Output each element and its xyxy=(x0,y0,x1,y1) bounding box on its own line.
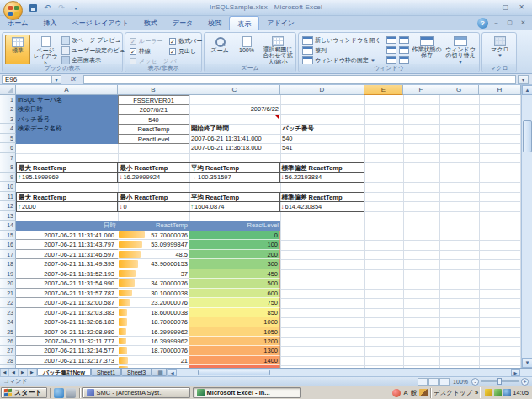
summary-value[interactable]: ↓56.22193884 xyxy=(280,173,364,182)
office-button-icon[interactable] xyxy=(3,1,23,20)
cell-B5[interactable]: ReactLevel xyxy=(118,134,189,144)
data-row-9-temp[interactable]: 18.60000038 xyxy=(118,308,189,317)
vertical-scrollbar-thumb[interactable] xyxy=(523,120,532,152)
column-header-C[interactable]: C xyxy=(189,85,280,95)
checkbox-2[interactable]: ✓枠線 xyxy=(130,47,151,56)
ribbon-tab-2[interactable]: 挿入 xyxy=(35,16,64,30)
horizontal-scrollbar[interactable]: ◀ ▶ xyxy=(167,369,532,376)
data-row-3-level[interactable]: 200 xyxy=(189,250,280,259)
summary-header[interactable]: 最大 ReactTemp xyxy=(17,163,117,173)
scroll-down-icon[interactable]: ▼ xyxy=(522,358,532,368)
row-header-28[interactable]: 28 xyxy=(0,356,16,365)
custom-views-button[interactable]: ユーザー設定のビュー xyxy=(61,46,131,55)
name-box-dropdown-icon[interactable]: ▾ xyxy=(52,75,61,84)
ribbon-tab-3[interactable]: ページ レイアウト xyxy=(64,16,136,30)
page-layout-view-button[interactable]: ページ レイアウト xyxy=(33,35,58,68)
checkbox-box-icon[interactable]: ✓ xyxy=(130,48,136,55)
sheet-tab-1[interactable]: バッチ集計New xyxy=(37,369,91,376)
view-normal-icon[interactable] xyxy=(418,378,428,386)
page-break-preview-button[interactable]: 改ページ プレビュー xyxy=(61,36,127,45)
data-row-13-level[interactable]: 1300 xyxy=(189,346,280,355)
ribbon-tab-8[interactable]: アドイン xyxy=(259,16,302,30)
row-header-3[interactable]: 3 xyxy=(0,114,16,124)
close-icon[interactable]: ✕ xyxy=(514,3,529,13)
ime-status-icon[interactable] xyxy=(392,389,401,397)
data-row-13-temp[interactable]: 18.70000076 xyxy=(118,346,189,355)
summary-value[interactable]: ↓0 xyxy=(118,202,189,211)
window-small-button-3[interactable] xyxy=(386,46,396,54)
row-header-12[interactable]: 12 xyxy=(0,201,16,210)
row-header-20[interactable]: 20 xyxy=(0,279,16,288)
data-row-3-datetime[interactable]: 2007-06-21 11:31:46.597 xyxy=(16,250,118,259)
row-header-18[interactable]: 18 xyxy=(0,259,16,269)
summary-header[interactable]: 最小 ReactTemp xyxy=(118,163,189,173)
ime-tools-icon[interactable] xyxy=(419,389,428,396)
switch-windows-button[interactable]: ウィンドウの切り替え ▼ xyxy=(444,35,477,68)
data-row-6-temp[interactable]: 34.70000076 xyxy=(118,279,189,288)
vertical-scrollbar[interactable]: ▲ ▼ xyxy=(521,85,532,368)
ribbon-tab-6[interactable]: 校閲 xyxy=(200,16,229,30)
data-row-6-datetime[interactable]: 2007-06-21 11:31:54.990 xyxy=(16,279,118,288)
row-header-2[interactable]: 2 xyxy=(0,104,16,114)
summary-header[interactable]: 標準偏差 ReactTemp xyxy=(280,163,364,173)
data-row-12-level[interactable]: 1200 xyxy=(189,337,280,346)
ribbon-tab-4[interactable]: 数式 xyxy=(136,16,165,30)
desktop-toolbar-label[interactable]: デスクトップ xyxy=(434,389,472,397)
column-header-H[interactable]: H xyxy=(479,85,521,95)
summary-value[interactable]: ↑2000 xyxy=(17,202,117,211)
data-row-8-datetime[interactable]: 2007-06-21 11:32:00.587 xyxy=(16,298,118,307)
data-row-9-datetime[interactable]: 2007-06-21 11:32:03.383 xyxy=(16,308,118,317)
row-header-19[interactable]: 19 xyxy=(0,269,16,279)
data-row-11-level[interactable]: 1050 xyxy=(189,327,280,337)
data-row-6-level[interactable]: 500 xyxy=(189,279,280,288)
checkbox-5[interactable]: ✓見出し xyxy=(169,47,196,56)
window-small-button-6[interactable] xyxy=(399,56,409,64)
column-header-F[interactable]: F xyxy=(403,85,439,95)
data-row-8-temp[interactable]: 23.20000076 xyxy=(118,298,189,307)
zoom-button[interactable]: ズーム xyxy=(206,35,233,66)
workbook-restore-icon[interactable]: ▢ xyxy=(504,19,515,28)
ribbon-tab-7[interactable]: 表示 xyxy=(229,16,259,30)
data-row-4-temp[interactable]: 43.90000153 xyxy=(118,259,189,269)
row-header-7[interactable]: 7 xyxy=(0,153,16,162)
data-row-4-level[interactable]: 300 xyxy=(189,259,280,269)
window-small-button-2[interactable] xyxy=(399,36,409,44)
data-row-7-datetime[interactable]: 2007-06-21 11:31:57.787 xyxy=(16,289,118,298)
new-window-button[interactable]: 新しいウィンドウを開く xyxy=(302,36,380,45)
row-header-25[interactable]: 25 xyxy=(0,327,16,337)
data-row-11-temp[interactable]: 16.39999962 xyxy=(118,327,189,337)
row-header-21[interactable]: 21 xyxy=(0,289,16,298)
data-row-12-temp[interactable]: 16.39999962 xyxy=(118,337,189,346)
sheet-tab-2[interactable]: Sheet1 xyxy=(91,369,121,376)
row-header-5[interactable]: 5 xyxy=(0,134,16,143)
data-row-2-datetime[interactable]: 2007-06-21 11:31:43.797 xyxy=(16,240,118,249)
scroll-up-icon[interactable]: ▲ xyxy=(522,85,532,95)
checkbox-1[interactable]: ✓ルーラー xyxy=(130,37,162,45)
ime-mode-a[interactable]: A xyxy=(403,389,407,396)
data-row-1-temp[interactable]: 57.70000076 xyxy=(118,231,189,240)
ime-mode-gen[interactable]: 般 xyxy=(410,389,417,397)
summary-value[interactable]: ↑1604.0874 xyxy=(189,202,279,211)
summary-header[interactable]: 最大 ReactTemp xyxy=(17,193,117,202)
workbook-minimize-icon[interactable]: – xyxy=(491,19,502,28)
zoom-slider-knob[interactable] xyxy=(497,378,502,385)
row-header-11[interactable]: 11 xyxy=(0,192,16,201)
window-small-button-4[interactable] xyxy=(399,46,409,54)
row-header-27[interactable]: 27 xyxy=(0,346,16,355)
zoom-slider[interactable] xyxy=(481,380,519,382)
tray-update-icon[interactable] xyxy=(503,389,511,396)
minimize-icon[interactable]: – xyxy=(482,3,497,13)
row-header-8[interactable]: 8 xyxy=(0,162,16,172)
summary-value[interactable]: ↓614.4230854 xyxy=(280,202,364,211)
view-page-break-icon[interactable] xyxy=(439,378,450,386)
macro-button[interactable]: マクロ▼ xyxy=(486,35,514,68)
data-row-2-temp[interactable]: 53.09999847 xyxy=(118,240,189,249)
row-header-15[interactable]: 15 xyxy=(0,231,16,240)
summary-value[interactable]: ↓16.29999924 xyxy=(118,173,189,182)
row-header-6[interactable]: 6 xyxy=(0,143,16,152)
arrange-all-button[interactable]: 整列 xyxy=(302,46,327,55)
row-header-17[interactable]: 17 xyxy=(0,250,16,259)
data-row-14-level[interactable]: 1400 xyxy=(189,356,280,365)
data-row-14-datetime[interactable]: 2007-06-21 11:32:17.373 xyxy=(16,356,118,365)
cell-C2[interactable]: 2007/6/22 xyxy=(189,104,280,114)
